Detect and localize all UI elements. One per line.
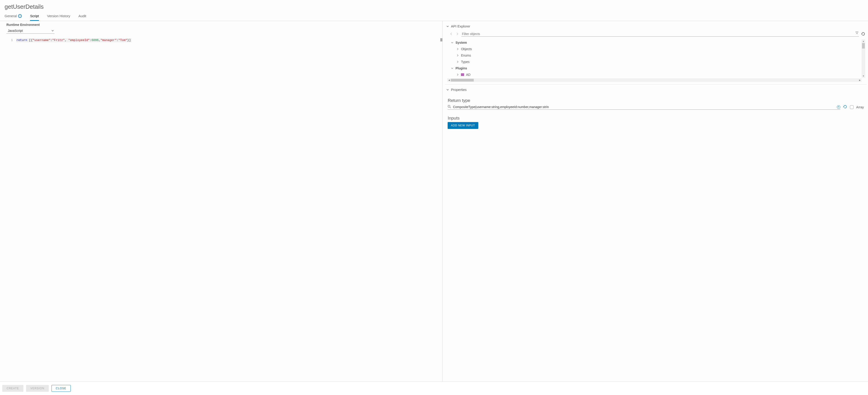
- runtime-env-value: JavaScript: [8, 29, 23, 32]
- version-button[interactable]: VERSION: [26, 385, 49, 392]
- runtime-env-label: Runtime Environment: [6, 23, 440, 27]
- tree-label: System: [456, 41, 467, 44]
- tab-script-label: Script: [30, 14, 39, 18]
- create-button[interactable]: CREATE: [2, 385, 23, 392]
- scroll-right-icon[interactable]: ▶: [858, 78, 862, 82]
- tree-label: Types: [461, 60, 469, 64]
- runtime-env-select[interactable]: JavaScript: [6, 28, 55, 34]
- search-icon: [447, 105, 451, 109]
- editor-body[interactable]: return [{"username":"Fritz", "employeeId…: [16, 37, 442, 382]
- tree-vertical-scrollbar[interactable]: ▲ ▼: [862, 39, 865, 78]
- array-checkbox[interactable]: [850, 105, 854, 109]
- scroll-thumb[interactable]: [451, 79, 474, 82]
- add-new-input-button[interactable]: ADD NEW INPUT: [447, 122, 478, 129]
- scroll-up-icon[interactable]: ▲: [862, 39, 865, 43]
- api-explorer-section-toggle[interactable]: API Explorer: [445, 21, 867, 31]
- properties-heading: Properties: [451, 88, 466, 92]
- svg-point-0: [448, 105, 450, 108]
- svg-line-1: [450, 107, 451, 108]
- tree-node-plugins[interactable]: Plugins: [448, 65, 502, 71]
- page-title: getUserDetails: [0, 0, 868, 11]
- tab-version-history-label: Version History: [47, 14, 70, 18]
- info-icon: !: [18, 14, 22, 18]
- tree-node-objects[interactable]: Objects: [448, 46, 502, 52]
- nav-back-icon[interactable]: [450, 32, 453, 36]
- chevron-down-icon: [451, 41, 454, 44]
- inputs-label: Inputs: [447, 116, 864, 121]
- plugin-icon: [461, 73, 464, 76]
- tab-general-label: General: [5, 14, 17, 18]
- tab-audit[interactable]: Audit: [79, 11, 86, 21]
- scroll-down-icon[interactable]: ▼: [862, 74, 865, 78]
- chevron-right-icon: [456, 54, 459, 57]
- chevron-down-icon: [51, 29, 54, 32]
- tree-node-ad[interactable]: AD: [448, 71, 502, 78]
- refresh-icon[interactable]: [843, 104, 847, 110]
- clear-icon[interactable]: ✕: [837, 105, 840, 109]
- tree-node-enums[interactable]: Enums: [448, 52, 502, 59]
- editor-minimap[interactable]: [440, 38, 442, 41]
- code-editor[interactable]: 1 return [{"username":"Fritz", "employee…: [0, 37, 442, 382]
- tree-label: Plugins: [456, 66, 467, 70]
- api-tree[interactable]: System Objects: [447, 39, 865, 82]
- line-number: 1: [0, 38, 13, 42]
- filter-icon[interactable]: [856, 31, 858, 35]
- tab-version-history[interactable]: Version History: [47, 11, 70, 21]
- tree-horizontal-scrollbar[interactable]: ◀ ▶: [447, 78, 862, 82]
- tab-general[interactable]: General !: [5, 11, 22, 21]
- refresh-icon[interactable]: [861, 32, 865, 37]
- properties-section-toggle[interactable]: Properties: [445, 85, 867, 95]
- array-checkbox-label: Array: [856, 105, 864, 109]
- tab-audit-label: Audit: [79, 14, 86, 18]
- return-type-label: Return type: [447, 98, 864, 103]
- return-type-input[interactable]: [453, 105, 835, 109]
- tree-label: Objects: [461, 47, 472, 51]
- tree-label: Enums: [461, 54, 471, 57]
- tab-script[interactable]: Script: [30, 11, 39, 21]
- chevron-right-icon: [456, 73, 459, 76]
- scroll-left-icon[interactable]: ◀: [447, 78, 451, 82]
- chevron-right-icon: [456, 48, 459, 50]
- chevron-down-icon: [446, 25, 449, 28]
- filter-objects-input[interactable]: [461, 32, 859, 36]
- chevron-down-icon: [451, 67, 454, 70]
- scroll-thumb[interactable]: [862, 43, 865, 49]
- tree-node-system[interactable]: System: [448, 39, 502, 46]
- chevron-right-icon: [456, 60, 459, 63]
- tabs-bar: General ! Script Version History Audit: [0, 11, 868, 21]
- nav-forward-icon[interactable]: [456, 32, 459, 36]
- close-button[interactable]: CLOSE: [52, 385, 71, 392]
- chevron-down-icon: [446, 88, 449, 91]
- api-explorer-heading: API Explorer: [451, 24, 470, 28]
- code-line: return [{"username":"Fritz", "employeeId…: [16, 38, 132, 42]
- tree-node-types[interactable]: Types: [448, 59, 502, 65]
- tree-label: AD: [466, 73, 470, 77]
- editor-gutter: 1: [0, 37, 16, 382]
- footer-bar: CREATE VERSION CLOSE: [0, 382, 868, 395]
